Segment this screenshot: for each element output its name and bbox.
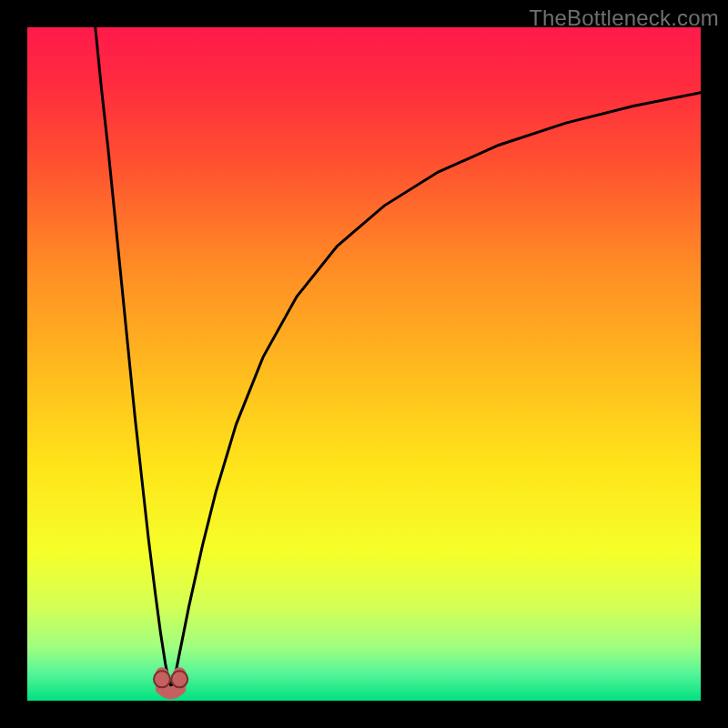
bottleneck-chart bbox=[27, 27, 701, 701]
marker-trough-left bbox=[154, 671, 170, 687]
marker-trough-right bbox=[171, 671, 187, 687]
chart-frame bbox=[27, 27, 701, 701]
